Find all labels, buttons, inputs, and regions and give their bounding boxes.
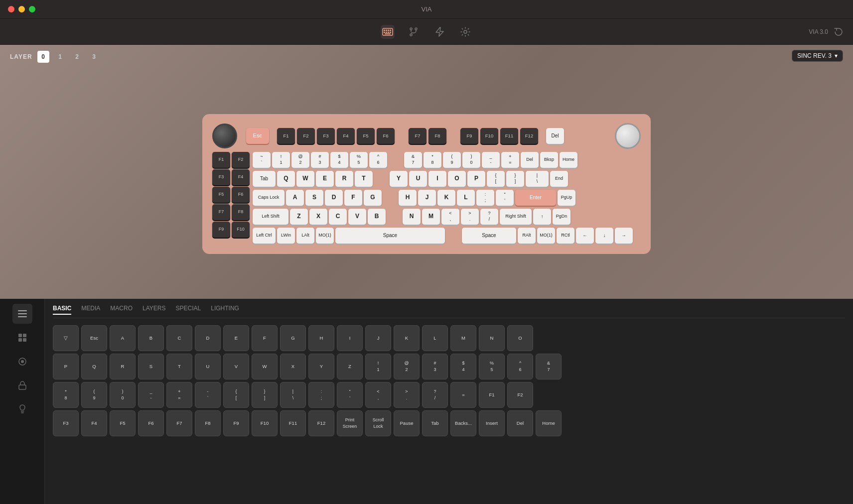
picker-key-a[interactable]: A: [110, 325, 136, 351]
k-key[interactable]: K: [437, 190, 455, 206]
picker-key-qmark[interactable]: ?/: [422, 382, 448, 408]
i-key[interactable]: I: [428, 171, 446, 187]
picker-key-at[interactable]: @2: [394, 354, 420, 379]
picker-key-home[interactable]: Home: [536, 410, 562, 436]
f4-key-top[interactable]: F4: [337, 128, 355, 144]
picker-key-s[interactable]: S: [138, 354, 164, 379]
right-arrow-key[interactable]: →: [615, 228, 633, 244]
tab-basic[interactable]: BASIC: [53, 305, 71, 315]
picker-key-z[interactable]: Z: [337, 354, 363, 379]
d-key[interactable]: D: [325, 190, 343, 206]
backslash-key[interactable]: |\: [526, 171, 549, 187]
picker-key-gt[interactable]: >.: [394, 382, 420, 408]
fn-f2[interactable]: F2: [232, 152, 250, 168]
picker-key-plus[interactable]: +=: [166, 382, 192, 408]
picker-key-del2[interactable]: Del: [507, 410, 533, 436]
right-knob[interactable]: [615, 123, 641, 149]
picker-key-n[interactable]: N: [479, 325, 505, 351]
f7-key-top[interactable]: F7: [409, 128, 426, 144]
fn-f10[interactable]: F10: [232, 222, 250, 238]
pgup-key[interactable]: PgUp: [558, 190, 575, 206]
picker-key-p[interactable]: P: [53, 354, 79, 379]
layer-2-button[interactable]: 2: [71, 51, 83, 63]
picker-key-pipe[interactable]: |\: [280, 382, 306, 408]
picker-key-f[interactable]: F: [252, 325, 278, 351]
close-button[interactable]: [8, 6, 14, 12]
tab-key[interactable]: Tab: [253, 171, 276, 187]
picker-key-e[interactable]: E: [223, 325, 249, 351]
tab-macro[interactable]: MACRO: [110, 305, 133, 315]
picker-key-pf8[interactable]: F8: [195, 410, 221, 436]
tab-special[interactable]: SPECIAL: [176, 305, 201, 315]
f-key[interactable]: F: [344, 190, 362, 206]
capslock-key[interactable]: Caps Lock: [253, 190, 284, 206]
picker-key-dquote[interactable]: "': [337, 382, 363, 408]
0-key[interactable]: )0: [462, 152, 480, 168]
picker-key-x[interactable]: X: [280, 354, 306, 379]
f9-key-top[interactable]: F9: [460, 128, 478, 144]
picker-key-amp[interactable]: &7: [536, 354, 562, 379]
8-key[interactable]: *8: [424, 152, 441, 168]
picker-key-dollar[interactable]: $4: [450, 354, 476, 379]
lightning-icon[interactable]: [432, 25, 446, 39]
picker-key-backspace[interactable]: Backs...: [450, 410, 476, 436]
space-left-key[interactable]: Space: [335, 228, 445, 244]
tab-media[interactable]: MEDIA: [81, 305, 100, 315]
7-key[interactable]: &7: [404, 152, 422, 168]
picker-key-pf10[interactable]: F10: [252, 410, 278, 436]
semicolon-key[interactable]: :;: [476, 190, 494, 206]
left-arrow-key[interactable]: ←: [576, 228, 594, 244]
picker-key-g[interactable]: G: [280, 325, 306, 351]
sidebar-icon-lock[interactable]: [12, 376, 32, 395]
space-right-key[interactable]: Space: [462, 228, 516, 244]
picker-key-rcurly[interactable]: }]: [252, 382, 278, 408]
m-key[interactable]: M: [422, 209, 440, 225]
minimize-button[interactable]: [18, 6, 25, 12]
bksp-key[interactable]: Bksp: [540, 152, 558, 168]
f6-key-top[interactable]: F6: [377, 128, 395, 144]
lwin-key[interactable]: LWin: [277, 228, 295, 244]
picker-key-pf7[interactable]: F7: [166, 410, 192, 436]
picker-key-l[interactable]: L: [422, 325, 448, 351]
2-key[interactable]: @2: [291, 152, 309, 168]
sidebar-icon-bulb[interactable]: [12, 399, 32, 419]
t-key[interactable]: T: [355, 171, 373, 187]
num-del-key[interactable]: Del: [521, 152, 539, 168]
picker-key-w[interactable]: W: [252, 354, 278, 379]
picker-key-pf5[interactable]: F5: [110, 410, 136, 436]
9-key[interactable]: (9: [443, 152, 461, 168]
picker-key-o[interactable]: O: [507, 325, 533, 351]
f10-key-top[interactable]: F10: [480, 128, 498, 144]
picker-key-m[interactable]: M: [450, 325, 476, 351]
sidebar-icon-circle[interactable]: [12, 352, 32, 372]
picker-key-esc[interactable]: Esc: [81, 325, 107, 351]
f8-key-top[interactable]: F8: [428, 128, 446, 144]
s-key[interactable]: S: [305, 190, 323, 206]
picker-key-pf6[interactable]: F6: [138, 410, 164, 436]
picker-key-lparen[interactable]: (9: [81, 382, 107, 408]
fn-f3[interactable]: F3: [212, 169, 230, 185]
v-key[interactable]: V: [348, 209, 366, 225]
picker-key-printscreen[interactable]: PrintScreen: [337, 410, 363, 436]
tab-layers[interactable]: LAYERS: [142, 305, 165, 315]
picker-key-pf9[interactable]: F9: [223, 410, 249, 436]
picker-key-tab[interactable]: Tab: [422, 410, 448, 436]
picker-key-pf12[interactable]: F12: [308, 410, 334, 436]
3-key[interactable]: #3: [311, 152, 329, 168]
q-key[interactable]: Q: [277, 171, 295, 187]
tilde-key[interactable]: ~`: [253, 152, 271, 168]
fn-f5[interactable]: F5: [212, 187, 230, 203]
minus-key[interactable]: _-: [482, 152, 500, 168]
picker-key-insert[interactable]: Insert: [479, 410, 505, 436]
picker-key-y[interactable]: Y: [308, 354, 334, 379]
f2-key-top[interactable]: F2: [297, 128, 315, 144]
lalt-key[interactable]: LAlt: [296, 228, 314, 244]
picker-key-pause[interactable]: Pause: [394, 410, 420, 436]
picker-key-b[interactable]: B: [138, 325, 164, 351]
slash-key[interactable]: ?/: [480, 209, 498, 225]
lbracket-key[interactable]: {[: [487, 171, 505, 187]
c-key[interactable]: C: [329, 209, 347, 225]
refresh-icon[interactable]: [834, 27, 843, 36]
4-key[interactable]: $4: [330, 152, 348, 168]
picker-key-u[interactable]: U: [195, 354, 221, 379]
